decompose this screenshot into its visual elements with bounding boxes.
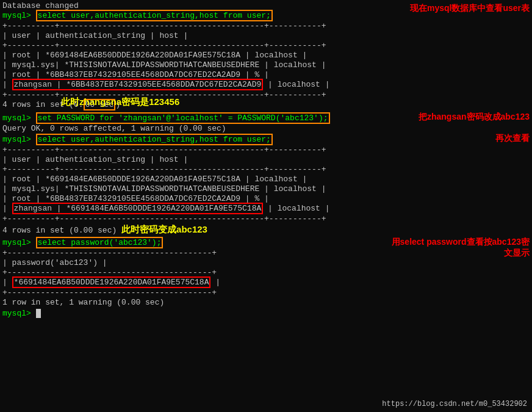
table2-header: | user | authentication_string | host |: [2, 155, 188, 164]
prompt1: mysql>: [2, 11, 36, 20]
select-password-cmd: select password('abc123');: [36, 237, 164, 248]
table2-sep2: +----------+----------------------------…: [2, 165, 326, 174]
pwd-value-row: | *6691484EA6B50DDDE1926A220DA01FA9E575C…: [2, 278, 220, 287]
ann5-inline: 此时密码变成abc123: [121, 224, 207, 234]
zhangsan2-highlight: zhangsan | *6691484EA6B50DDDE1926A220DA0…: [12, 203, 264, 214]
cursor: [36, 309, 41, 318]
query-ok-line: Query OK, 0 rows affected, 1 warning (0.…: [2, 124, 226, 133]
db-changed-line: Database changed: [2, 1, 79, 10]
annotation-3: 把zhangsan密码改成abc123: [419, 112, 530, 123]
select-cmd2-highlighted: select user,authentication_string,host f…: [36, 134, 273, 145]
table2-sep3: +----------+----------------------------…: [2, 214, 326, 223]
terminal-window: Database changed mysql> select user,auth…: [0, 0, 532, 412]
table2-sep1: +----------+----------------------------…: [2, 145, 326, 154]
select-cmd1-highlighted: select user,authentication_string,host f…: [36, 10, 273, 21]
prompt4: mysql>: [2, 238, 36, 247]
rows4-2: 4 rows in set (0.00 sec) 此时密码变成abc123: [2, 224, 207, 236]
table-header1: | user | authentication_string | host |: [2, 31, 188, 40]
row-zhangsan2: | zhangsan | *6691484EA6B50DDDE1926A220D…: [2, 204, 330, 213]
pwd-sep2: +---------------------------------------…: [2, 268, 217, 277]
table-sep2: +----------+----------------------------…: [2, 41, 326, 50]
row-root3: | root | *6691484EA6B50DDDE1926A220DA01F…: [2, 175, 307, 184]
zhangsan1-highlight: zhangsan | *6BB4837EB74329105EE4568DDA7D…: [12, 79, 264, 90]
final-prompt: mysql>: [2, 309, 36, 318]
row-root1: | root | *6691484EA6B50DDDE1926A220DA01F…: [2, 51, 307, 60]
select-cmd2-line: mysql> select user,authentication_string…: [2, 135, 273, 144]
final-prompt-line: mysql>: [2, 309, 41, 318]
row-mysql-sys1: | mysql.sys| *THISISNOTAVALIDPASSWORDTHA…: [2, 60, 326, 70]
pwd-sep3: +---------------------------------------…: [2, 288, 217, 297]
rows1-line: 1 row in set, 1 warning (0.00 sec): [2, 298, 164, 307]
row-zhangsan1: | zhangsan | *6BB4837EB74329105EE4568DDA…: [2, 80, 330, 89]
pwd-sep1: +---------------------------------------…: [2, 248, 217, 258]
select-cmd1-line: mysql> select user,authentication_string…: [2, 11, 273, 20]
pwd-value-highlight: *6691484EA6B50DDDE1926A220DA01FA9E575C18…: [12, 276, 211, 288]
annotation-1: 现在mysql数据库中查看user表: [410, 3, 530, 14]
prompt3: mysql>: [2, 135, 36, 144]
annotation-2: 此时zhangsna密码是123456: [61, 96, 179, 108]
prompt2: mysql>: [2, 114, 36, 123]
row-root2: | root | *6BB4837EB74329105EE4568DDA7DC6…: [2, 70, 269, 79]
set-password-cmd: set PASSWORD for 'zhangsan'@'localhost' …: [36, 112, 330, 124]
row-root4: | root | *6BB4837EB74329105EE4568DDA7DC6…: [2, 194, 269, 203]
db-changed-text: Database changed: [2, 1, 79, 10]
annotation-4: 再次查看: [495, 133, 530, 144]
row-mysql-sys2: | mysql.sys| *THISISNOTAVALIDPASSWORDTHA…: [2, 184, 326, 193]
set-password-line: mysql> set PASSWORD for 'zhangsan'@'loca…: [2, 114, 330, 123]
select-password-line: mysql> select password('abc123');: [2, 238, 163, 247]
annotation-6: 用select password查看按abc123密文显示: [389, 237, 530, 259]
footer-url: https://blog.csdn.net/m0_53432902: [382, 400, 527, 408]
table-sep1: +----------+----------------------------…: [2, 21, 326, 31]
pwd-header: | password('abc123') |: [2, 258, 107, 267]
